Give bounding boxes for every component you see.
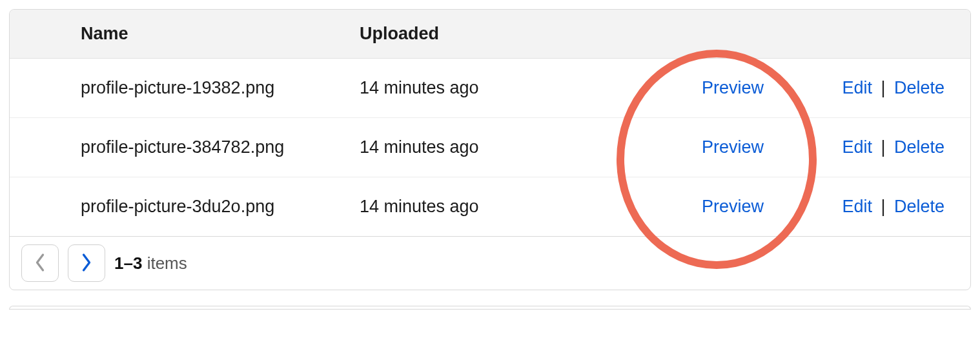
file-table: Name Uploaded profile-picture-19382.png … bbox=[10, 10, 970, 236]
action-separator: | bbox=[877, 78, 889, 97]
column-header-uploaded: Uploaded bbox=[345, 10, 602, 59]
column-header-name: Name bbox=[10, 10, 345, 59]
edit-link[interactable]: Edit bbox=[842, 137, 872, 157]
file-uploaded: 14 minutes ago bbox=[345, 59, 602, 118]
file-table-panel: Name Uploaded profile-picture-19382.png … bbox=[9, 9, 971, 290]
chevron-right-icon bbox=[80, 253, 93, 274]
preview-link[interactable]: Preview bbox=[702, 78, 764, 97]
column-header-actions bbox=[802, 10, 970, 59]
column-header-preview bbox=[602, 10, 802, 59]
delete-link[interactable]: Delete bbox=[894, 78, 944, 97]
pagination-range: 1–3 bbox=[114, 253, 142, 273]
file-name: profile-picture-384782.png bbox=[10, 118, 345, 177]
table-row: profile-picture-19382.png 14 minutes ago… bbox=[10, 59, 970, 118]
edit-link[interactable]: Edit bbox=[842, 197, 872, 216]
preview-link[interactable]: Preview bbox=[702, 197, 764, 216]
action-separator: | bbox=[877, 197, 889, 216]
file-uploaded: 14 minutes ago bbox=[345, 118, 602, 177]
file-name: profile-picture-19382.png bbox=[10, 59, 345, 118]
table-header-row: Name Uploaded bbox=[10, 10, 970, 59]
table-row: profile-picture-3du2o.png 14 minutes ago… bbox=[10, 177, 970, 237]
pagination-items-label: items bbox=[147, 253, 187, 273]
next-page-button[interactable] bbox=[68, 244, 105, 282]
action-separator: | bbox=[877, 137, 889, 157]
delete-link[interactable]: Delete bbox=[894, 137, 944, 157]
table-row: profile-picture-384782.png 14 minutes ag… bbox=[10, 118, 970, 177]
secondary-panel-top bbox=[9, 306, 971, 310]
pagination-footer: 1–3 items bbox=[10, 236, 970, 290]
preview-link[interactable]: Preview bbox=[702, 137, 764, 157]
delete-link[interactable]: Delete bbox=[894, 197, 944, 216]
file-name: profile-picture-3du2o.png bbox=[10, 177, 345, 237]
chevron-left-icon bbox=[34, 253, 46, 274]
prev-page-button[interactable] bbox=[21, 244, 59, 282]
file-uploaded: 14 minutes ago bbox=[345, 177, 602, 237]
edit-link[interactable]: Edit bbox=[842, 78, 872, 97]
pagination-count: 1–3 items bbox=[114, 253, 187, 273]
